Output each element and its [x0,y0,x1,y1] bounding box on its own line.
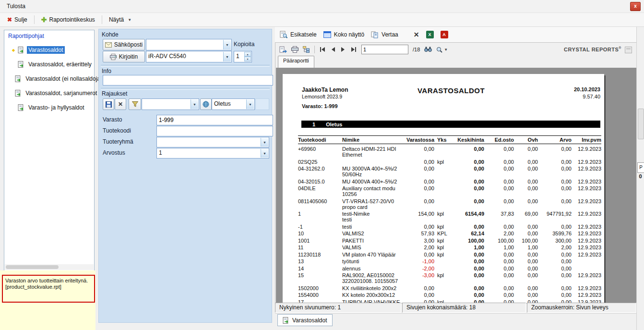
globe-icon [203,101,209,108]
group-divider [101,65,270,67]
main-report-tab[interactable]: Pääraportti [278,56,314,68]
template-list-item[interactable]: ◆ Varastosaldot [4,43,94,57]
save-filter-button[interactable] [103,98,114,110]
scrollbar-thumb[interactable] [6,265,59,269]
viewer-status-bar: Nykyinen sivunumero: 1 Sivujen kokonaism… [275,303,636,313]
scrollbar-thumb[interactable] [638,109,644,139]
report-icon [18,61,25,68]
page-number-input[interactable] [361,45,408,54]
right-dock-strip[interactable]: P 0 [636,27,644,330]
close-preview-icon[interactable]: ✕ [414,31,419,38]
report-row: +69960 Deltaco HDMI-221 HDI Ethernet 0,0… [298,146,601,158]
report-viewport[interactable]: JaakkoTa Lemon Lemonsoft 2023.9 VARASTOS… [276,68,636,303]
find-icon[interactable]: ▼ [436,47,448,53]
valuation-combobox[interactable]: 1 ▼ [156,148,269,159]
chevron-down-icon: ▼ [246,99,254,109]
report-rows: +69960 Deltaco HDMI-221 HDI Ethernet 0,0… [298,146,601,303]
window-title: Tulosta [7,3,25,10]
report-icon [283,317,289,324]
export-icon[interactable] [279,46,287,53]
preview-button[interactable]: Esikatsele [280,31,317,38]
valuation-label: Arvostus [103,149,125,156]
clear-x-icon: ✕ [118,101,123,108]
template-list-item[interactable]: ◆ Varasto- ja hyllysaldot [4,100,94,115]
report-scope: Varasto: 1-999 [302,103,338,109]
collapsed-panel-badge: 0 [637,173,644,179]
spin-up-icon[interactable]: ▲ [244,52,251,57]
first-page-button[interactable] [319,47,326,52]
templates-horizontal-scrollbar[interactable] [5,264,94,270]
report-row: 13 työtunti -1,00 0,00 0,00 0,00 0,00 [298,258,601,264]
report-header-row: Tuotekoodi Nimike Varastossa Yks Keskihi… [298,135,601,144]
template-list-item[interactable]: ◆ Varastosaldot, sarjanumerot [4,86,94,100]
clear-filter-button[interactable]: ✕ [115,98,126,110]
fullscreen-button[interactable]: Koko näyttö [323,31,364,38]
report-row: 04DILE Auxiliary contact modu 10256 0,00… [298,185,601,197]
chevron-down-icon: ▼ [191,99,198,109]
report-row: -1 testi 0,00 kpl 0,00 0,00 0,00 0,00 12… [298,224,601,230]
filters-group-label: Rajaukset [102,90,127,97]
excel-export-icon[interactable]: X [426,31,434,38]
crystal-reports-logo: CRYSTAL REPORTS® [564,46,621,52]
language-button[interactable] [200,98,212,110]
product-group-combobox[interactable]: ▼ [156,137,269,147]
plus-icon: ✚ [41,17,47,23]
group-divider [101,88,270,90]
window-close-button[interactable]: x [630,2,641,11]
print-icon[interactable] [291,46,298,53]
collapsed-panel-tab[interactable]: P [637,162,644,173]
email-button[interactable]: Sähköposti [103,39,145,50]
crystal-viewer: /18 ▼ CRYSTAL REPORTS® Pääraportti Jaakk… [275,42,637,304]
product-code-label: Tuotekoodi [103,127,131,134]
compare-icon [371,31,379,38]
nayta-menu-button[interactable]: Näytä ▼ [105,14,136,25]
chevron-down-icon: ▼ [223,52,231,61]
pdf-export-icon[interactable]: A [441,31,448,38]
product-group-label: Tuoteryhmä [103,138,133,145]
template-list-item[interactable]: ◆ Varastosaldot (ei nollasaldoja) [4,72,94,86]
email-combobox[interactable]: ▼ [146,39,232,50]
compare-button[interactable]: Vertaa [371,31,398,38]
default-combobox[interactable]: Oletus ▼ [212,98,255,110]
next-page-button[interactable] [340,47,346,52]
printer-button[interactable]: Kirjoitin [103,51,145,62]
printer-combobox[interactable]: iR-ADV C5540 ▼ [146,51,232,62]
template-list-item[interactable]: ◆ Varastosaldot, eräerittely [4,57,94,72]
group-tree-icon[interactable] [303,46,310,53]
last-page-button[interactable] [350,47,357,52]
template-description-area: Varaston arvo tuotteittain eriteltynä. [… [0,270,95,330]
report-row: 10 VALMIS2 57,93 KPL 62,14 2,00 0,00 359… [298,231,601,236]
page-total-label: /18 [413,47,420,52]
status-total-pages: Sivujen kokonaismäärä: 18 [402,303,526,313]
raportointikeskus-button[interactable]: ✚ Raportointikeskus [37,14,99,25]
product-code-input[interactable] [156,126,273,136]
filter-button[interactable] [129,98,141,110]
report-title: VARASTOSALDOT [302,86,600,95]
chevron-down-icon: ▼ [128,18,131,22]
warehouse-input[interactable] [156,115,273,125]
search-binoculars-icon[interactable] [424,47,432,52]
email-icon [105,42,112,48]
templates-panel-title: Raporttipohjat [8,33,44,39]
printer-icon [110,54,117,60]
template-list: ◆ Varastosaldot ◆ Varastosaldot, eräerit… [4,43,94,115]
report-row: 02SQ25 0,00 kpl 0,00 0,00 0,00 0,00 12.9… [298,159,601,165]
toolbar-separator [102,15,102,24]
report-row: 1 testi-Nimike testi 154,00 kpl 6154,49 … [298,211,601,222]
previous-page-button[interactable] [330,47,336,52]
filter-preset-combobox[interactable]: ▼ [142,98,199,110]
report-page: JaakkoTa Lemon Lemonsoft 2023.9 VARASTOS… [283,74,604,303]
bottom-report-tab[interactable]: Varastosaldot [277,314,333,326]
report-icon [18,104,25,111]
report-icon [15,75,22,82]
report-row: 11230118 VM platon 470 Yläpäär 0,00 kpl … [298,252,601,257]
info-input[interactable] [103,75,273,86]
toolbar-separator [34,15,35,24]
main-toolbar: ✖ Sulje ✚ Raportointikeskus Näytä ▼ [0,13,644,27]
report-row: 1502000 KX riviliitinkotelo 200x2 0,00 0… [298,285,601,291]
spin-down-icon[interactable]: ▼ [244,57,251,61]
print-dialog-window: Tulosta x ✖ Sulje ✚ Raportointikeskus Nä… [0,0,644,330]
sulje-button[interactable]: ✖ Sulje [3,14,32,25]
selected-diamond-icon: ◆ [12,48,18,52]
copies-stepper[interactable]: 1 ▲ ▼ [234,51,252,62]
